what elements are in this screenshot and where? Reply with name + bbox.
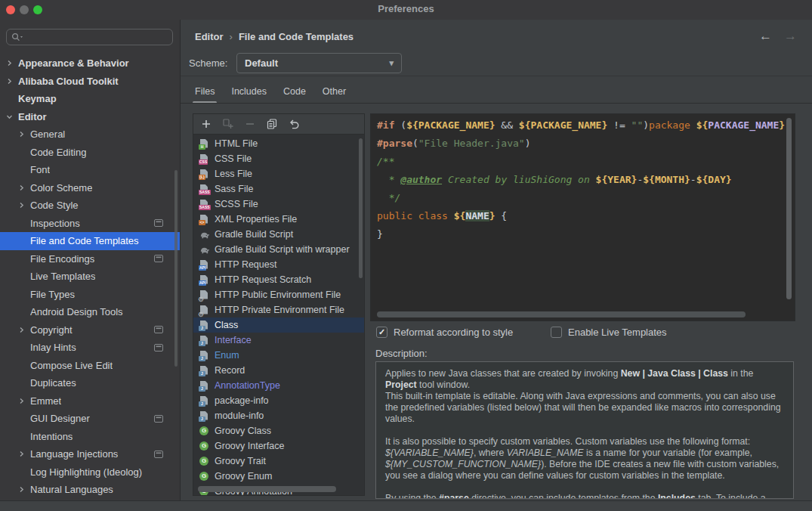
template-item-groovy-trait[interactable]: GGroovy Trait <box>193 454 364 469</box>
sidebar-item-label: Appearance & Behavior <box>18 57 129 69</box>
sidebar-item-label: Language Injections <box>30 448 118 460</box>
sidebar-item-code-style[interactable]: Code Style <box>0 197 180 215</box>
duplicate-template-icon[interactable] <box>266 118 278 130</box>
live-templates-option[interactable]: Enable Live Templates <box>551 327 667 338</box>
breadcrumb-separator-icon: › <box>224 31 239 42</box>
code-line: */ <box>377 189 789 207</box>
remove-template-icon[interactable] <box>244 118 256 130</box>
template-tabs: FilesIncludesCodeOther <box>187 83 354 104</box>
template-list-horizontal-scrollbar[interactable] <box>198 486 336 492</box>
template-item-annotationtype[interactable]: JAnnotationType <box>193 378 364 393</box>
template-editor[interactable]: #if (${PACKAGE_NAME} && ${PACKAGE_NAME} … <box>370 113 795 321</box>
template-item-groovy-enum[interactable]: GGroovy Enum <box>193 469 364 484</box>
sidebar-item-android-design-tools[interactable]: Android Design Tools <box>0 303 180 321</box>
sidebar-item-inspections[interactable]: Inspections <box>0 215 180 233</box>
sidebar-item-copyright[interactable]: Copyright <box>0 321 180 339</box>
template-code[interactable]: #if (${PACKAGE_NAME} && ${PACKAGE_NAME} … <box>371 114 795 246</box>
template-item-label: Gradle Build Script with wrapper <box>215 244 350 255</box>
template-item-xml-properties-file[interactable]: <>XML Properties File <box>193 212 364 227</box>
template-item-groovy-class[interactable]: GGroovy Class <box>193 423 364 438</box>
template-item-http-public-environment-file[interactable]: ⚙HTTP Public Environment File <box>193 287 364 302</box>
template-item-http-request[interactable]: APIHTTP Request <box>193 257 364 272</box>
template-item-groovy-interface[interactable]: GGroovy Interface <box>193 438 364 454</box>
per-project-settings-icon <box>154 255 163 262</box>
sidebar-item-log-highlighting-ideolog[interactable]: Log Highlighting (Ideolog) <box>0 463 180 482</box>
template-item-html-file[interactable]: HHTML File <box>193 136 364 151</box>
sidebar-item-font[interactable]: Font <box>0 161 180 179</box>
sidebar-item-alibaba-cloud-toolkit[interactable]: Alibaba Cloud Toolkit <box>0 73 180 91</box>
css-file-icon: CSS <box>199 153 210 165</box>
sidebar-item-file-encodings[interactable]: File Encodings <box>0 250 180 268</box>
live-templates-checkbox[interactable] <box>551 327 562 338</box>
sidebar-item-file-types[interactable]: File Types <box>0 286 180 304</box>
search-input[interactable] <box>6 29 173 45</box>
chevron-down-icon: ▾ <box>389 58 394 68</box>
sidebar-item-file-and-code-templates[interactable]: File and Code Templates <box>0 232 180 250</box>
reformat-label: Reformat according to style <box>394 327 513 338</box>
scheme-select[interactable]: Default ▾ <box>236 53 402 73</box>
template-item-gradle-build-script-with-wrapper[interactable]: Gradle Build Script with wrapper <box>193 242 364 257</box>
sidebar-item-inlay-hints[interactable]: Inlay Hints <box>0 339 180 357</box>
add-template-icon[interactable] <box>200 118 212 130</box>
titlebar: Preferences <box>0 0 812 20</box>
editor-horizontal-scrollbar[interactable] <box>377 311 746 317</box>
template-item-label: Groovy Interface <box>215 441 284 451</box>
template-item-module-info[interactable]: Jmodule-info <box>193 408 364 423</box>
template-item-http-private-environment-file[interactable]: ⚙HTTP Private Environment File <box>193 302 364 317</box>
tab-other[interactable]: Other <box>314 83 354 104</box>
scheme-label: Scheme: <box>189 57 227 69</box>
template-item-enum[interactable]: JEnum <box>193 348 364 363</box>
sidebar-item-label: Natural Languages <box>30 484 113 495</box>
description-paragraph: This built-in template is editable. Alon… <box>385 391 784 425</box>
template-item-class[interactable]: JClass <box>193 317 364 333</box>
template-item-http-request-scratch[interactable]: APIHTTP Request Scratch <box>193 272 364 287</box>
sidebar-scrollbar[interactable] <box>174 170 178 367</box>
template-item-scss-file[interactable]: SASSSCSS File <box>193 197 364 212</box>
back-arrow-icon[interactable]: ← <box>759 29 772 43</box>
reformat-option[interactable]: ✓ Reformat according to style <box>376 327 513 338</box>
template-item-interface[interactable]: JInterface <box>193 333 364 348</box>
tab-includes[interactable]: Includes <box>223 83 275 104</box>
revert-template-icon[interactable] <box>288 118 300 130</box>
sidebar-item-language-injections[interactable]: Language Injections <box>0 445 180 463</box>
sidebar-item-duplicates[interactable]: Duplicates <box>0 374 180 392</box>
sidebar-item-compose-live-edit[interactable]: Compose Live Edit <box>0 357 180 375</box>
bottom-bar <box>0 500 812 511</box>
sidebar-item-label: Editor <box>18 111 47 122</box>
reformat-checkbox[interactable]: ✓ <box>376 327 387 338</box>
template-item-package-info[interactable]: Jpackage-info <box>193 393 364 408</box>
sidebar-item-color-scheme[interactable]: Color Scheme <box>0 179 180 197</box>
sidebar-item-general[interactable]: General <box>0 125 180 144</box>
template-list-vertical-scrollbar[interactable] <box>359 138 363 278</box>
sidebar-item-editor[interactable]: Editor <box>0 108 180 126</box>
search-icon <box>11 33 23 42</box>
java-file-icon: J <box>199 380 210 392</box>
template-item-sass-file[interactable]: SASSSass File <box>193 181 364 197</box>
sidebar-item-natural-languages[interactable]: Natural Languages <box>0 481 180 499</box>
sidebar-item-label: Alibaba Cloud Toolkit <box>18 76 119 87</box>
xml-file-icon: <> <box>199 214 210 225</box>
breadcrumb-editor[interactable]: Editor <box>195 31 224 42</box>
template-item-label: Sass File <box>215 184 253 194</box>
sidebar-item-appearance-behavior[interactable]: Appearance & Behavior <box>0 54 180 73</box>
settings-content: Editor›File and Code Templates ←→ Scheme… <box>181 20 812 511</box>
template-toolbar <box>193 114 364 135</box>
sidebar-item-live-templates[interactable]: Live Templates <box>0 268 180 286</box>
sidebar-item-keymap[interactable]: Keymap <box>0 90 180 108</box>
editor-vertical-scrollbar[interactable] <box>786 118 792 299</box>
chevron-down-icon <box>6 113 18 120</box>
copy-template-icon[interactable] <box>222 118 234 130</box>
template-item-label: Less File <box>215 169 252 179</box>
tab-code[interactable]: Code <box>275 83 314 104</box>
sidebar-item-code-editing[interactable]: Code Editing <box>0 144 180 162</box>
tab-files[interactable]: Files <box>187 83 223 104</box>
template-item-gradle-build-script[interactable]: Gradle Build Script <box>193 227 364 242</box>
template-item-record[interactable]: JRecord <box>193 363 364 378</box>
chevron-right-icon <box>18 131 30 138</box>
sidebar-item-emmet[interactable]: Emmet <box>0 392 180 410</box>
sidebar-item-intentions[interactable]: Intentions <box>0 428 180 446</box>
template-item-css-file[interactable]: CSSCSS File <box>193 151 364 166</box>
sidebar-item-gui-designer[interactable]: GUI Designer <box>0 410 180 428</box>
template-item-less-file[interactable]: (L)Less File <box>193 166 364 181</box>
environment-file-icon: ⚙ <box>199 305 210 316</box>
